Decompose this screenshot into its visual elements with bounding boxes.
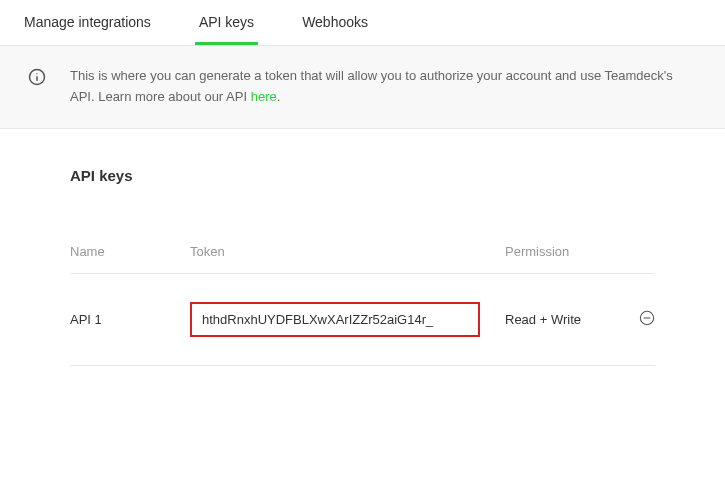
table-row: API 1 hthdRnxhUYDFBLXwXArIZZr52aiG14r_ R…: [70, 274, 655, 366]
tab-manage-integrations[interactable]: Manage integrations: [20, 0, 155, 45]
section-title: API keys: [70, 167, 655, 184]
tabs-bar: Manage integrations API keys Webhooks: [0, 0, 725, 46]
row-delete-button[interactable]: [625, 310, 655, 329]
token-value[interactable]: hthdRnxhUYDFBLXwXArIZZr52aiG14r_: [190, 302, 480, 337]
col-header-permission: Permission: [505, 244, 625, 259]
row-name: API 1: [70, 312, 190, 327]
info-banner: This is where you can generate a token t…: [0, 46, 725, 129]
row-permission: Read + Write: [505, 312, 625, 327]
tab-label: Webhooks: [302, 14, 368, 30]
row-token-cell: hthdRnxhUYDFBLXwXArIZZr52aiG14r_: [190, 302, 505, 337]
col-header-token: Token: [190, 244, 505, 259]
svg-point-2: [36, 73, 37, 74]
col-header-actions: [625, 244, 655, 259]
col-header-name: Name: [70, 244, 190, 259]
content: API keys Name Token Permission API 1 hth…: [0, 129, 725, 386]
tab-label: Manage integrations: [24, 14, 151, 30]
minus-circle-icon: [639, 310, 655, 329]
tab-webhooks[interactable]: Webhooks: [298, 0, 372, 45]
info-icon: [28, 68, 46, 90]
banner-text-after: .: [277, 89, 281, 104]
info-text: This is where you can generate a token t…: [70, 66, 697, 108]
table-header: Name Token Permission: [70, 244, 655, 274]
banner-link[interactable]: here: [251, 89, 277, 104]
tab-api-keys[interactable]: API keys: [195, 0, 258, 45]
banner-text-before: This is where you can generate a token t…: [70, 68, 673, 104]
tab-label: API keys: [199, 14, 254, 30]
